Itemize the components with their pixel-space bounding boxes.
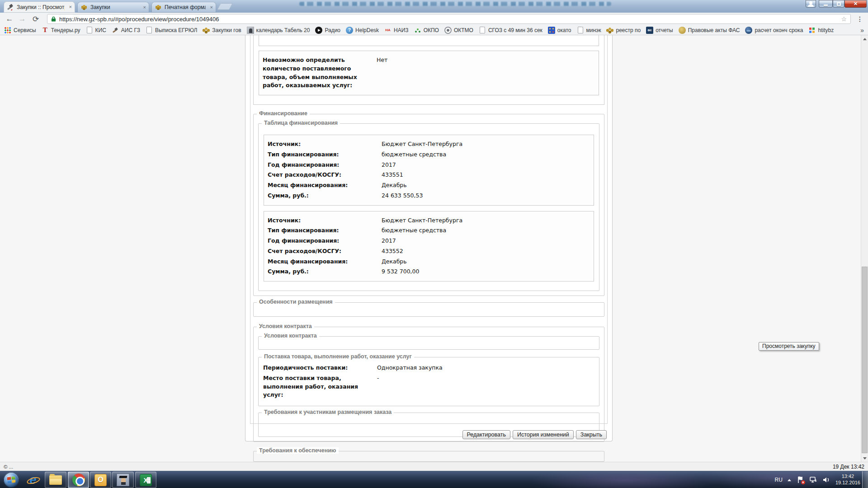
scrollbar-thumb[interactable] xyxy=(862,267,868,453)
status-bar: © ... 19 Дек 13:42 xyxy=(0,462,868,471)
bookmark-okpo[interactable]: ОКПО xyxy=(414,27,439,34)
taskbar-outlook-button[interactable]: O xyxy=(90,472,111,488)
field-label: Месяц финансирования: xyxy=(268,258,382,266)
section-legend: Условия контракта xyxy=(262,333,319,339)
tab-print-form[interactable]: Печатная форма извещ × xyxy=(151,2,216,13)
bookmark-label: окато xyxy=(557,27,571,33)
tab-close-icon[interactable]: × xyxy=(67,5,72,9)
minimize-button[interactable] xyxy=(819,0,833,8)
tab-close-icon[interactable]: × xyxy=(208,5,213,10)
network-icon[interactable] xyxy=(809,476,817,484)
letter-t-icon xyxy=(42,27,49,34)
photo-icon xyxy=(247,27,254,34)
field-row: Место поставки товара, выполнения работ,… xyxy=(263,373,594,400)
bookmark-otchety[interactable]: отчеты xyxy=(646,27,673,34)
bookmarks-bar: Сервисы Тендеры.ру КИС АИС ГЗ Выписка ЕГ… xyxy=(0,25,868,35)
taskbar-consultant-button[interactable] xyxy=(112,472,134,488)
eagle-favicon xyxy=(155,4,162,11)
bookmark-naiz[interactable]: НАИЗ xyxy=(384,27,409,34)
bookmark-radio[interactable]: Радио xyxy=(315,27,340,34)
delivery-fieldset: Поставка товара, выполнение работ, оказа… xyxy=(258,357,599,406)
field-label: Источник: xyxy=(268,216,382,225)
bookmark-raschet[interactable]: расчет оконч срока xyxy=(745,27,803,34)
language-indicator[interactable]: RU xyxy=(775,477,783,483)
background-window-blur xyxy=(299,2,611,6)
volume-icon[interactable] xyxy=(822,476,830,484)
procedure-panel: Невозможно определить количество поставл… xyxy=(245,35,613,441)
bookmark-helpdesk[interactable]: HelpDesk xyxy=(346,27,379,34)
bookmark-sgoz[interactable]: СГОЗ с 49 мин 36 сек xyxy=(479,27,542,33)
url-text[interactable]: https://new.gz-spb.ru/#po/procedure/view… xyxy=(59,16,838,23)
field-value: Бюджет Санкт-Петербурга xyxy=(382,216,462,225)
forward-button[interactable]: → xyxy=(16,13,28,25)
new-tab-button[interactable] xyxy=(217,3,233,10)
profile-button[interactable] xyxy=(806,0,816,8)
reload-button[interactable]: ⟳ xyxy=(30,13,42,25)
bookmarks-overflow-icon[interactable]: » xyxy=(860,27,864,34)
field-label: Тип финансирования: xyxy=(268,150,382,159)
address-bar[interactable]: https://new.gz-spb.ru/#po/procedure/view… xyxy=(47,14,851,24)
tray-expand-icon[interactable] xyxy=(788,479,791,481)
back-button[interactable]: ← xyxy=(4,13,15,25)
taskbar-chrome-button[interactable] xyxy=(68,472,89,488)
tray-clock[interactable]: 13:42 19.12.2016 xyxy=(835,474,860,486)
field-value: 433551 xyxy=(382,171,403,179)
bookmark-ais-gz[interactable]: АИС ГЗ xyxy=(112,27,140,34)
taskbar-explorer-button[interactable] xyxy=(45,472,66,488)
chrome-menu-icon[interactable]: ⋮ xyxy=(857,15,863,23)
tab-close-icon[interactable]: × xyxy=(142,5,146,10)
close-procedure-button[interactable]: Закрыть xyxy=(576,430,607,439)
field-label: Сумма, руб.: xyxy=(268,192,382,200)
show-desktop-button[interactable] xyxy=(862,471,868,488)
truncated-box xyxy=(259,35,599,46)
scroll-down-icon[interactable] xyxy=(861,455,868,462)
bookmark-label: Тендеры.ру xyxy=(51,27,80,33)
history-button[interactable]: История изменений xyxy=(513,430,574,439)
page-icon xyxy=(146,27,152,33)
bookmark-okato[interactable]: окато xyxy=(548,27,571,34)
field-label: Место поставки товара, выполнения работ,… xyxy=(263,374,377,399)
field-row: Месяц финансирования:Декабрь xyxy=(268,257,590,267)
bookmark-tabel[interactable]: календарь Табель 20 xyxy=(247,27,310,34)
field-value: 24 633 550,53 xyxy=(382,192,423,200)
bookmark-servisy[interactable]: Сервисы xyxy=(4,27,36,34)
status-date-time: 19 Дек 13:42 xyxy=(833,464,864,470)
bookmark-fas[interactable]: Правовые акты ФАС xyxy=(679,27,740,34)
bookmark-label: Выписка ЕГРЮЛ xyxy=(155,27,197,33)
tab-title: Закупки xyxy=(90,4,110,10)
maximize-button[interactable] xyxy=(833,0,844,8)
section-contract-terms: Условия контракта Условия контракта Пост… xyxy=(253,327,604,442)
bookmark-kis[interactable]: КИС xyxy=(86,27,106,33)
bookmark-zakupki-gov[interactable]: Закупки гов xyxy=(203,27,241,34)
outlook-icon: O xyxy=(94,474,107,486)
close-button[interactable]: ✕ xyxy=(844,0,867,8)
ms-squares-icon xyxy=(808,27,816,34)
action-center-icon[interactable]: ✕ xyxy=(796,476,804,484)
maximize-icon xyxy=(833,0,844,8)
field-value: 2017 xyxy=(382,237,396,245)
bookmark-minek[interactable]: минэк xyxy=(577,27,601,33)
page-icon xyxy=(480,27,485,33)
tab-zakupki[interactable]: Закупки × xyxy=(77,2,149,13)
tab-procurement-view[interactable]: Закупки :: Просмотр зак × xyxy=(4,1,75,13)
bookmark-star-icon[interactable]: ☆ xyxy=(841,15,847,23)
help-icon xyxy=(346,27,353,34)
contract-terms-inner: Условия контракта xyxy=(258,336,599,350)
taskbar-ie-button[interactable]: e xyxy=(24,472,42,488)
field-label: Периодичность поставки: xyxy=(263,364,377,372)
vertical-scrollbar[interactable] xyxy=(861,35,868,462)
scroll-up-icon[interactable] xyxy=(861,35,868,42)
taskbar-excel-button[interactable]: X xyxy=(135,472,156,488)
bookmark-egrul[interactable]: Выписка ЕГРЮЛ xyxy=(146,27,197,33)
field-value: 2017 xyxy=(382,161,396,169)
start-button[interactable] xyxy=(4,472,19,488)
bookmark-oktmo[interactable]: ОКТМО xyxy=(444,27,473,34)
edit-button[interactable]: Редактировать xyxy=(462,430,510,439)
bookmark-tendery[interactable]: Тендеры.ру xyxy=(42,27,80,34)
bookmark-reestr[interactable]: реестр по xyxy=(606,27,641,34)
section-legend: Таблица финансирования xyxy=(262,120,340,126)
browser-tab-strip: Закупки :: Просмотр зак × Закупки × Печа… xyxy=(0,0,868,13)
eagle-icon xyxy=(203,27,210,34)
bookmark-htitybz[interactable]: htitybz xyxy=(808,27,834,34)
section-legend: Требования к участникам размещения заказ… xyxy=(262,409,394,415)
